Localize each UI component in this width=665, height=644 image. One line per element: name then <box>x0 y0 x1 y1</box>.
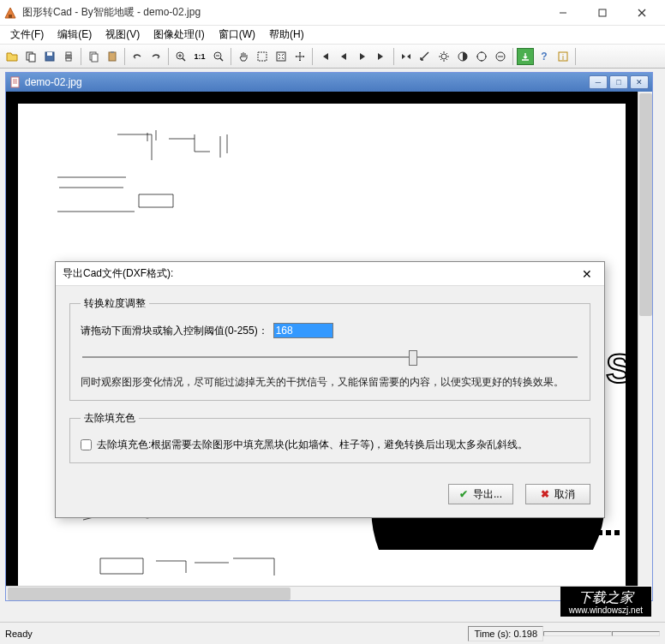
move-icon[interactable] <box>291 48 309 65</box>
contrast-icon[interactable] <box>454 48 471 65</box>
threshold-slider[interactable] <box>82 349 578 366</box>
svg-rect-23 <box>258 52 267 61</box>
open-icon[interactable] <box>3 48 21 65</box>
menu-window[interactable]: 窗口(W) <box>212 26 262 44</box>
paste-icon[interactable] <box>104 48 121 65</box>
vertical-scrollbar[interactable] <box>638 92 652 586</box>
window-title: 图形转Cad - By智能地暖 - demo-02.jpg <box>22 5 543 20</box>
document-title: demo-02.jpg <box>25 76 589 88</box>
threshold-group: 转换粒度调整 请拖动下面滑块或输入控制阈值(0-255)： 同时观察图形变化情况… <box>69 296 590 401</box>
menu-image[interactable]: 图像处理(I) <box>147 26 211 44</box>
watermark: 下载之家 www.windowszj.net <box>560 587 651 617</box>
svg-text:i: i <box>562 53 564 62</box>
threshold-input[interactable] <box>273 323 333 338</box>
threshold-label: 请拖动下面滑块或输入控制阈值(0-255)： <box>81 324 268 338</box>
help-icon[interactable]: ? <box>536 48 553 65</box>
threshold-description: 同时观察图形变化情况，尽可能过滤掉无关的干扰信号，又能保留需要的内容，以便实现更… <box>81 374 579 390</box>
copy-icon[interactable] <box>22 48 39 65</box>
tick-icon: ✔ <box>459 488 468 500</box>
prev-icon[interactable] <box>335 48 352 65</box>
status-empty1 <box>543 631 612 636</box>
fill-group: 去除填充色 去除填充色:根据需要去除图形中填充黑块(比如墙体、柱子等)，避免转换… <box>69 411 590 463</box>
print-icon[interactable] <box>60 48 77 65</box>
zoom-in-icon[interactable] <box>172 48 189 65</box>
document-titlebar: demo-02.jpg ─ □ ✕ <box>6 73 652 92</box>
redo-icon[interactable] <box>147 48 165 65</box>
balance-icon[interactable] <box>492 48 509 65</box>
watermark-text: 下载之家 <box>569 590 643 605</box>
horizontal-scrollbar[interactable] <box>6 586 638 600</box>
svg-rect-2 <box>599 9 606 16</box>
export-icon[interactable] <box>517 48 534 65</box>
close-button[interactable] <box>622 0 662 26</box>
svg-rect-14 <box>109 52 116 61</box>
menu-help[interactable]: 帮助(H) <box>262 26 311 44</box>
slider-thumb[interactable] <box>409 350 417 366</box>
threshold-legend: 转换粒度调整 <box>81 296 149 311</box>
doc-minimize-button[interactable]: ─ <box>589 75 608 89</box>
svg-rect-8 <box>47 52 52 56</box>
status-bar: Ready Time (s): 0.198 <box>0 622 665 644</box>
export-dialog: 导出Cad文件(DXF格式): ✕ 转换粒度调整 请拖动下面滑块或输入控制阈值(… <box>55 261 605 518</box>
hand-icon[interactable] <box>235 48 252 65</box>
fit-icon[interactable] <box>273 48 290 65</box>
dialog-titlebar: 导出Cad文件(DXF格式): ✕ <box>56 262 604 286</box>
remove-fill-checkbox[interactable] <box>81 439 92 450</box>
svg-rect-13 <box>92 54 98 62</box>
svg-rect-24 <box>277 52 285 61</box>
menu-file[interactable]: 文件(F) <box>3 26 51 44</box>
mirror-h-icon[interactable] <box>398 48 415 65</box>
menu-view[interactable]: 视图(V) <box>99 26 147 44</box>
dialog-close-button[interactable]: ✕ <box>577 265 597 283</box>
select-icon[interactable] <box>254 48 271 65</box>
document-icon <box>9 76 21 88</box>
x-icon: ✖ <box>541 488 549 500</box>
minimize-button[interactable] <box>543 0 583 26</box>
svg-point-25 <box>441 54 446 59</box>
mirror-v-icon[interactable] <box>416 48 434 65</box>
svg-rect-11 <box>66 58 71 61</box>
svg-rect-31 <box>11 77 19 87</box>
zoom-11-icon[interactable]: 1:1 <box>191 48 208 65</box>
watermark-url: www.windowszj.net <box>569 605 643 615</box>
remove-fill-label: 去除填充色:根据需要去除图形中填充黑块(比如墙体、柱子等)，避免转换后出现太多杂… <box>97 438 528 452</box>
status-ready: Ready <box>5 629 468 639</box>
last-icon[interactable] <box>373 48 390 65</box>
toolbar: 1:1 ? i <box>0 45 665 69</box>
brightness-icon[interactable] <box>435 48 452 65</box>
svg-line-21 <box>220 58 223 61</box>
svg-point-27 <box>477 52 486 61</box>
zoom-out-icon[interactable] <box>210 48 227 65</box>
status-empty2 <box>612 631 660 636</box>
maximize-button[interactable] <box>583 0 622 26</box>
menu-bar: 文件(F) 编辑(E) 视图(V) 图像处理(I) 窗口(W) 帮助(H) <box>0 26 665 45</box>
first-icon[interactable] <box>316 48 333 65</box>
fill-legend: 去除填充色 <box>81 411 139 426</box>
doc-maximize-button[interactable]: □ <box>609 75 628 89</box>
status-time: Time (s): 0.198 <box>468 626 543 641</box>
save-icon[interactable] <box>41 48 58 65</box>
dialog-title: 导出Cad文件(DXF格式): <box>63 266 577 281</box>
copy2-icon[interactable] <box>85 48 102 65</box>
svg-rect-0 <box>9 15 12 18</box>
svg-rect-6 <box>29 54 35 62</box>
window-titlebar: 图形转Cad - By智能地暖 - demo-02.jpg <box>0 0 665 26</box>
undo-icon[interactable] <box>129 48 146 65</box>
export-button[interactable]: ✔导出... <box>448 484 513 504</box>
next-icon[interactable] <box>354 48 371 65</box>
svg-text:S: S <box>606 346 633 391</box>
app-icon <box>3 6 17 20</box>
svg-line-17 <box>183 58 185 61</box>
menu-edit[interactable]: 编辑(E) <box>51 26 99 44</box>
info-icon[interactable]: i <box>554 48 572 65</box>
svg-rect-15 <box>111 51 114 53</box>
cancel-button[interactable]: ✖取消 <box>525 484 590 504</box>
svg-rect-10 <box>66 52 71 55</box>
mdi-area: demo-02.jpg ─ □ ✕ <box>0 69 665 639</box>
inc-icon[interactable] <box>473 48 490 65</box>
doc-close-button[interactable]: ✕ <box>630 75 649 89</box>
